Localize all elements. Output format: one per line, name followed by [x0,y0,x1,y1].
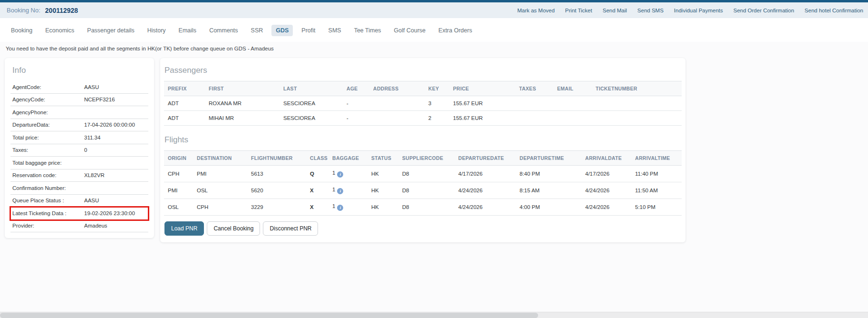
info-row: Provider: Amadeus [10,220,148,233]
tab[interactable]: Profit [297,25,319,36]
tab[interactable]: Economics [41,25,78,36]
passengers-column-header: EMAIL [553,81,592,96]
baggage-info-icon[interactable]: i [337,171,343,178]
passenger-ticketnumber [592,96,682,111]
topbar-action-link[interactable]: Print Ticket [565,8,592,13]
info-field-value: Amadeus [84,223,146,229]
topbar-action-link[interactable]: Send hotel Confirmation [805,8,863,13]
baggage-info-icon[interactable]: i [337,188,343,194]
info-row: AgencyPhone: [10,106,148,119]
info-field-label: Reservation code: [12,172,84,178]
passengers-column-header: FIRST [205,81,280,96]
flight-arrivaltime: 11:40 PM [631,166,682,182]
header-bar: Booking No: 200112928 Mark as MovedPrint… [0,2,868,18]
info-field-label: AgentCode: [12,84,84,90]
flight-departuredate: 4/17/2026 [454,166,516,182]
passengers-table: PREFIXFIRSTLASTAGEADDRESSKEYPRICETAXESEM… [164,81,682,126]
passenger-price: 155.67 EUR [449,96,515,111]
booking-number: 200112928 [45,7,78,14]
info-field-label: Total baggage price: [12,160,84,166]
passengers-column-header: PREFIX [164,81,205,96]
topbar-action-link[interactable]: Send SMS [637,8,664,13]
flight-number: 5620 [247,182,306,199]
flights-column-header: DEPARTUREDATE [454,151,516,166]
info-panel-title: Info [10,65,148,81]
tab[interactable]: SMS [324,25,346,36]
info-field-label: Confirmation Number: [12,185,84,191]
tab[interactable]: Tee Times [350,25,386,36]
info-field-label: Total price: [12,135,84,140]
passengers-table-body: ADT ROXANA MR SESCIOREA - 3 155.67 EUR A… [164,96,682,126]
flight-status: HK [367,199,398,216]
flights-column-header: ORIGIN [164,151,193,166]
flight-arrivaldate: 4/17/2026 [581,166,631,182]
passengers-header-row: PREFIXFIRSTLASTAGEADDRESSKEYPRICETAXESEM… [164,81,682,96]
passengers-title: Passengers [164,65,682,81]
horizontal-scrollbar-thumb[interactable] [0,313,538,318]
cancel-booking-button[interactable]: Cancel Booking [207,221,260,236]
flights-title: Flights [164,126,682,150]
flight-baggage-cell: 1i [328,199,367,216]
flight-status: HK [367,166,398,182]
horizontal-scrollbar[interactable] [0,312,868,318]
tab[interactable]: Golf Course [390,25,430,36]
info-field-label: AgencyPhone: [12,109,84,115]
passenger-taxes [515,96,553,111]
flight-baggage-count: 1 [332,203,335,209]
flights-column-header: STATUS [367,151,398,166]
topbar-action-link[interactable]: Mark as Moved [517,8,555,13]
flight-row: CPH PMI 5613 Q 1i HK D8 4/17/2026 8:40 P… [164,166,682,182]
flight-destination: CPH [193,199,247,216]
passengers-column-header: TICKETNUMBER [592,81,682,96]
tab-bar: BookingEconomicsPassenger detailsHistory… [0,18,868,42]
passenger-email [553,111,592,126]
passenger-row: ADT MIHAI MR SESCIOREA - 2 155.67 EUR [164,111,682,126]
flights-column-header: DESTINATION [193,151,247,166]
info-row: AgencyCode: NCEPF3216 [10,94,148,107]
gds-detail-panel: Passengers PREFIXFIRSTLASTAGEADDRESSKEYP… [160,58,685,242]
flight-origin: PMI [164,182,193,199]
flight-arrivaltime: 5:10 PM [631,199,682,216]
load-pnr-button[interactable]: Load PNR [164,221,204,236]
baggage-info-icon[interactable]: i [337,205,343,211]
flight-suppliercode: D8 [398,182,454,199]
flight-class: X [306,199,328,216]
info-row: DepartureData: 17-04-2026 00:00:00 [10,119,148,132]
flight-row: PMI OSL 5620 X 1i HK D8 4/24/2026 8:15 A… [164,182,682,199]
info-field-label: AgencyCode: [12,97,84,102]
passenger-address [369,111,424,126]
topbar-action-link[interactable]: Send Mail [603,8,627,13]
tab[interactable]: Emails [174,25,201,36]
passenger-last: SESCIOREA [280,111,343,126]
flights-column-header: ARRIVALDATE [581,151,631,166]
tab[interactable]: Passenger details [83,25,138,36]
tab[interactable]: Extra Orders [434,25,476,36]
info-field-value: 0 [84,147,146,153]
info-row: Taxes: 0 [10,144,148,157]
flight-origin: CPH [164,166,193,182]
flight-class: Q [306,166,328,182]
info-row: Queue Place Status : AASU [10,195,148,208]
passenger-ticketnumber [592,111,682,126]
flight-baggage-count: 1 [332,170,335,176]
info-field-value: AASU [84,198,146,203]
flights-column-header: DEPARTURETIME [516,151,581,166]
passenger-address [369,96,424,111]
tab[interactable]: Comments [205,25,242,36]
topbar-action-link[interactable]: Send Order Confirmation [733,8,794,13]
info-field-list: AgentCode: AASU AgencyCode: NCEPF3216 Ag… [10,81,148,232]
passenger-first: MIHAI MR [205,111,280,126]
passenger-taxes [515,111,553,126]
tab[interactable]: GDS [271,25,293,36]
tab[interactable]: SSR [247,25,268,36]
info-row: Total price: 311.34 [10,131,148,144]
flight-destination: OSL [193,182,247,199]
info-field-label: Latest Ticketing Data : [12,210,84,216]
topbar-action-link[interactable]: Individual Payments [674,8,723,13]
flight-departuretime: 8:40 PM [516,166,581,182]
info-field-value: AASU [84,84,146,90]
tab[interactable]: Booking [7,25,37,36]
flight-arrivaldate: 4/24/2026 [581,182,631,199]
tab[interactable]: History [143,25,170,36]
disconnect-pnr-button[interactable]: Disconnect PNR [263,221,318,236]
